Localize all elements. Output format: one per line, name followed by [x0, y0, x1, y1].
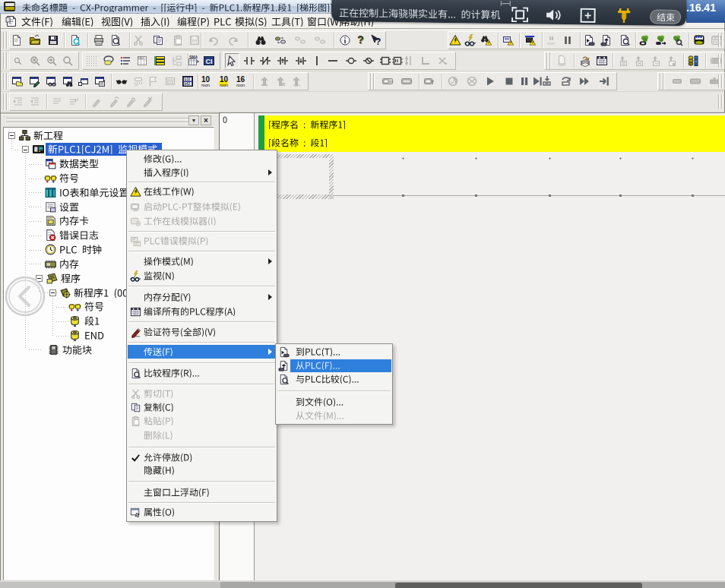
- svg-text:roon: roon: [558, 62, 565, 66]
- svg-text:CI: CI: [206, 57, 213, 65]
- svg-text:b10: b10: [185, 77, 191, 81]
- svg-text:?: ?: [375, 36, 381, 46]
- svg-text:MM: MM: [138, 55, 144, 59]
- svg-text:roon: roon: [236, 83, 245, 87]
- svg-text:b62: b62: [185, 82, 191, 86]
- svg-text:roon: roon: [220, 83, 228, 87]
- svg-text:roon: roon: [293, 84, 301, 87]
- svg-text:Fw: Fw: [389, 80, 393, 84]
- svg-text:rrr: rrr: [135, 84, 138, 87]
- svg-text:?: ?: [357, 34, 364, 46]
- svg-text:SMA: SMA: [189, 55, 198, 59]
- svg-text:roon: roon: [547, 41, 555, 46]
- svg-text:roon: roon: [201, 83, 210, 87]
